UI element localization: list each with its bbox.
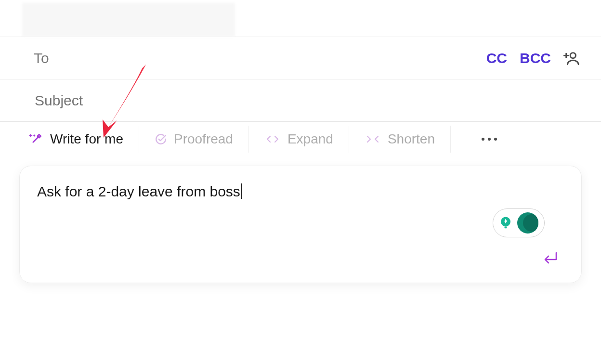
ellipsis-icon [466,138,497,141]
shorten-button[interactable]: Shorten [349,126,450,153]
write-for-me-label: Write for me [50,131,123,147]
cc-button[interactable]: CC [486,50,507,66]
expand-arrows-icon [264,134,281,144]
svg-point-0 [570,52,575,58]
ai-toolbar: Write for me Proofread Expand [0,121,601,156]
svg-rect-7 [505,227,507,229]
magic-wand-icon [29,132,43,146]
to-label: To [34,50,49,66]
proofread-button[interactable]: Proofread [139,126,248,153]
submit-enter-icon[interactable] [542,251,558,265]
shorten-label: Shorten [388,131,435,147]
prompt-text: Ask for a 2-day leave from boss [37,183,240,199]
check-circle-icon [155,133,167,145]
moon-icon [517,212,538,234]
text-cursor [241,183,242,199]
to-row: To CC BCC [0,37,601,79]
proofread-label: Proofread [174,131,233,147]
subject-row [0,79,601,121]
expand-label: Expand [287,131,333,147]
write-for-me-button[interactable]: Write for me [29,126,139,153]
header-placeholder [22,3,235,37]
shorten-arrows-icon [365,134,381,144]
subject-input[interactable] [34,92,580,109]
expand-button[interactable]: Expand [248,126,349,153]
lightbulb-icon [495,212,516,234]
assistant-toggle[interactable] [493,208,545,237]
to-input[interactable] [59,50,486,67]
compose-card[interactable]: Ask for a 2-day leave from boss [19,166,582,283]
bcc-button[interactable]: BCC [520,50,551,66]
more-button[interactable] [450,126,512,153]
add-contact-icon[interactable] [563,50,580,66]
